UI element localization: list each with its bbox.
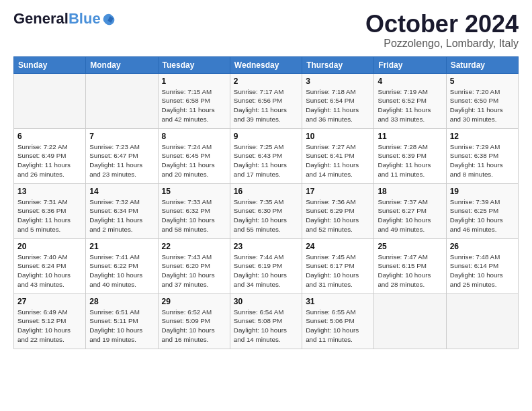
- day-info: Sunrise: 7:17 AM Sunset: 6:56 PM Dayligh…: [234, 87, 298, 124]
- day-number: 1: [162, 77, 226, 86]
- day-info: Sunrise: 6:54 AM Sunset: 5:08 PM Dayligh…: [234, 308, 298, 345]
- calendar-cell: 19Sunrise: 7:39 AM Sunset: 6:25 PM Dayli…: [446, 183, 518, 238]
- day-number: 11: [378, 132, 442, 141]
- weekday-header-friday: Friday: [374, 56, 446, 73]
- calendar-cell: 30Sunrise: 6:54 AM Sunset: 5:08 PM Dayli…: [230, 293, 302, 349]
- calendar-cell: 31Sunrise: 6:55 AM Sunset: 5:06 PM Dayli…: [302, 293, 374, 349]
- day-number: 7: [89, 132, 154, 141]
- calendar-cell: 28Sunrise: 6:51 AM Sunset: 5:11 PM Dayli…: [86, 293, 158, 349]
- day-number: 3: [306, 77, 370, 86]
- header: GeneralBlue October 2024 Pozzolengo, Lom…: [13, 11, 519, 50]
- calendar-cell: 29Sunrise: 6:52 AM Sunset: 5:09 PM Dayli…: [158, 293, 230, 349]
- calendar-cell: 15Sunrise: 7:33 AM Sunset: 6:32 PM Dayli…: [158, 183, 230, 238]
- day-number: 5: [450, 77, 515, 86]
- day-number: 6: [17, 132, 82, 141]
- calendar-cell: 8Sunrise: 7:24 AM Sunset: 6:45 PM Daylig…: [158, 128, 230, 183]
- weekday-header-sunday: Sunday: [14, 56, 86, 73]
- day-number: 12: [450, 132, 515, 141]
- calendar-week-3: 13Sunrise: 7:31 AM Sunset: 6:36 PM Dayli…: [14, 183, 519, 238]
- day-info: Sunrise: 6:52 AM Sunset: 5:09 PM Dayligh…: [162, 308, 226, 345]
- logo-icon: [102, 13, 116, 26]
- calendar-cell: 18Sunrise: 7:37 AM Sunset: 6:27 PM Dayli…: [374, 183, 446, 238]
- calendar-cell: 2Sunrise: 7:17 AM Sunset: 6:56 PM Daylig…: [230, 73, 302, 128]
- day-info: Sunrise: 7:20 AM Sunset: 6:50 PM Dayligh…: [450, 87, 515, 124]
- day-info: Sunrise: 7:29 AM Sunset: 6:38 PM Dayligh…: [450, 142, 515, 179]
- calendar-cell: [446, 293, 518, 349]
- logo: GeneralBlue: [13, 11, 116, 27]
- day-number: 9: [234, 132, 298, 141]
- calendar-cell: 4Sunrise: 7:19 AM Sunset: 6:52 PM Daylig…: [374, 73, 446, 128]
- calendar-cell: 22Sunrise: 7:43 AM Sunset: 6:20 PM Dayli…: [158, 238, 230, 293]
- calendar-cell: 24Sunrise: 7:45 AM Sunset: 6:17 PM Dayli…: [302, 238, 374, 293]
- day-info: Sunrise: 7:36 AM Sunset: 6:29 PM Dayligh…: [306, 197, 370, 234]
- day-number: 19: [450, 187, 515, 196]
- calendar-cell: 12Sunrise: 7:29 AM Sunset: 6:38 PM Dayli…: [446, 128, 518, 183]
- day-info: Sunrise: 7:23 AM Sunset: 6:47 PM Dayligh…: [89, 142, 154, 179]
- calendar-cell: 6Sunrise: 7:22 AM Sunset: 6:49 PM Daylig…: [14, 128, 86, 183]
- day-info: Sunrise: 7:27 AM Sunset: 6:41 PM Dayligh…: [306, 142, 370, 179]
- day-info: Sunrise: 7:22 AM Sunset: 6:49 PM Dayligh…: [17, 142, 82, 179]
- calendar-table: SundayMondayTuesdayWednesdayThursdayFrid…: [13, 56, 519, 349]
- day-number: 13: [17, 187, 82, 196]
- day-info: Sunrise: 7:45 AM Sunset: 6:17 PM Dayligh…: [306, 253, 370, 289]
- location-title: Pozzolengo, Lombardy, Italy: [365, 38, 519, 50]
- day-number: 29: [162, 297, 226, 306]
- day-info: Sunrise: 6:55 AM Sunset: 5:06 PM Dayligh…: [306, 308, 370, 345]
- weekday-header-tuesday: Tuesday: [158, 56, 230, 73]
- day-number: 18: [378, 187, 442, 196]
- day-info: Sunrise: 7:25 AM Sunset: 6:43 PM Dayligh…: [234, 142, 298, 179]
- calendar-week-1: 1Sunrise: 7:15 AM Sunset: 6:58 PM Daylig…: [14, 73, 519, 128]
- calendar-cell: 9Sunrise: 7:25 AM Sunset: 6:43 PM Daylig…: [230, 128, 302, 183]
- weekday-header-row: SundayMondayTuesdayWednesdayThursdayFrid…: [14, 56, 519, 73]
- weekday-header-monday: Monday: [86, 56, 158, 73]
- calendar-cell: [374, 293, 446, 349]
- calendar-cell: [14, 73, 86, 128]
- day-info: Sunrise: 7:32 AM Sunset: 6:34 PM Dayligh…: [89, 197, 154, 234]
- calendar-cell: 5Sunrise: 7:20 AM Sunset: 6:50 PM Daylig…: [446, 73, 518, 128]
- calendar-cell: 26Sunrise: 7:48 AM Sunset: 6:14 PM Dayli…: [446, 238, 518, 293]
- day-number: 10: [306, 132, 370, 141]
- calendar-cell: 17Sunrise: 7:36 AM Sunset: 6:29 PM Dayli…: [302, 183, 374, 238]
- weekday-header-saturday: Saturday: [446, 56, 518, 73]
- day-number: 31: [306, 297, 370, 306]
- calendar-cell: 7Sunrise: 7:23 AM Sunset: 6:47 PM Daylig…: [86, 128, 158, 183]
- day-info: Sunrise: 6:49 AM Sunset: 5:12 PM Dayligh…: [17, 308, 82, 345]
- calendar-page: GeneralBlue October 2024 Pozzolengo, Lom…: [0, 0, 532, 356]
- day-number: 30: [234, 297, 298, 306]
- title-block: October 2024 Pozzolengo, Lombardy, Italy: [365, 11, 519, 50]
- day-info: Sunrise: 7:48 AM Sunset: 6:14 PM Dayligh…: [450, 253, 515, 289]
- month-title: October 2024: [365, 11, 519, 38]
- day-info: Sunrise: 7:19 AM Sunset: 6:52 PM Dayligh…: [378, 87, 442, 124]
- calendar-cell: 21Sunrise: 7:41 AM Sunset: 6:22 PM Dayli…: [86, 238, 158, 293]
- day-number: 2: [234, 77, 298, 86]
- calendar-cell: 27Sunrise: 6:49 AM Sunset: 5:12 PM Dayli…: [14, 293, 86, 349]
- day-info: Sunrise: 7:15 AM Sunset: 6:58 PM Dayligh…: [162, 87, 226, 124]
- calendar-cell: 23Sunrise: 7:44 AM Sunset: 6:19 PM Dayli…: [230, 238, 302, 293]
- day-info: Sunrise: 7:35 AM Sunset: 6:30 PM Dayligh…: [234, 197, 298, 234]
- calendar-cell: 11Sunrise: 7:28 AM Sunset: 6:39 PM Dayli…: [374, 128, 446, 183]
- day-number: 20: [17, 242, 82, 251]
- calendar-cell: 10Sunrise: 7:27 AM Sunset: 6:41 PM Dayli…: [302, 128, 374, 183]
- day-info: Sunrise: 7:24 AM Sunset: 6:45 PM Dayligh…: [162, 142, 226, 179]
- day-number: 16: [234, 187, 298, 196]
- calendar-cell: [86, 73, 158, 128]
- calendar-week-2: 6Sunrise: 7:22 AM Sunset: 6:49 PM Daylig…: [14, 128, 519, 183]
- calendar-cell: 25Sunrise: 7:47 AM Sunset: 6:15 PM Dayli…: [374, 238, 446, 293]
- day-number: 14: [89, 187, 154, 196]
- day-number: 26: [450, 242, 515, 251]
- day-info: Sunrise: 7:33 AM Sunset: 6:32 PM Dayligh…: [162, 197, 226, 234]
- day-info: Sunrise: 7:39 AM Sunset: 6:25 PM Dayligh…: [450, 197, 515, 234]
- weekday-header-thursday: Thursday: [302, 56, 374, 73]
- day-number: 17: [306, 187, 370, 196]
- day-info: Sunrise: 7:37 AM Sunset: 6:27 PM Dayligh…: [378, 197, 442, 234]
- calendar-week-4: 20Sunrise: 7:40 AM Sunset: 6:24 PM Dayli…: [14, 238, 519, 293]
- day-number: 23: [234, 242, 298, 251]
- calendar-cell: 14Sunrise: 7:32 AM Sunset: 6:34 PM Dayli…: [86, 183, 158, 238]
- day-number: 4: [378, 77, 442, 86]
- day-info: Sunrise: 7:47 AM Sunset: 6:15 PM Dayligh…: [378, 253, 442, 289]
- logo-text: GeneralBlue: [13, 11, 101, 27]
- day-number: 21: [89, 242, 154, 251]
- day-info: Sunrise: 7:43 AM Sunset: 6:20 PM Dayligh…: [162, 253, 226, 289]
- calendar-cell: 3Sunrise: 7:18 AM Sunset: 6:54 PM Daylig…: [302, 73, 374, 128]
- day-number: 27: [17, 297, 82, 306]
